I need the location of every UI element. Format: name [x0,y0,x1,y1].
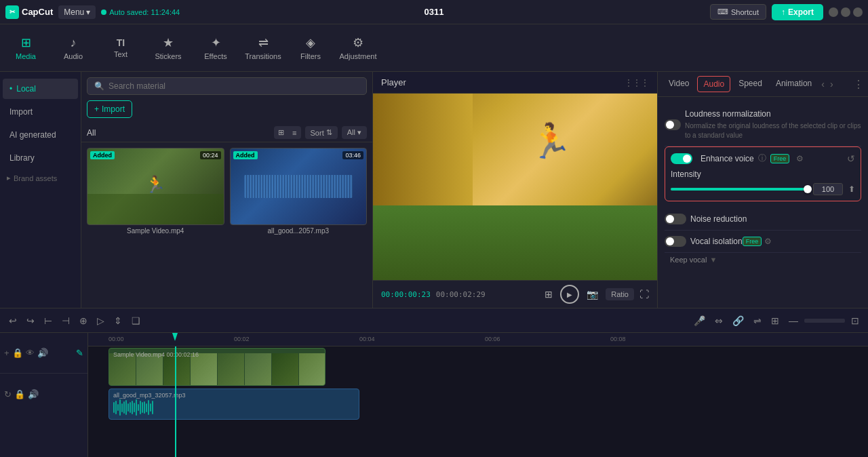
edit-icon[interactable]: ✎ [76,348,83,358]
view-toggle: ⊞ ≡ [274,126,300,139]
scene-bg [373,205,657,280]
tab-video[interactable]: Video [662,72,696,96]
close-button[interactable] [853,7,863,17]
undo-button[interactable]: ↩ [5,313,20,328]
tab-animation[interactable]: Animation [769,72,818,96]
toggle-knob [666,121,674,129]
split-button[interactable]: ⊢ [41,313,56,328]
filter-all-button[interactable]: All ▾ [342,126,367,139]
timeline-track-controls: + 🔒 👁 🔊 ✎ ↻ 🔒 🔊 [0,333,88,457]
sidebar-item-ai[interactable]: AI generated [3,125,78,145]
value-stepper[interactable]: ⬆ [848,184,855,194]
audio-link-button[interactable]: 🔗 [729,313,747,328]
eye-icon[interactable]: 👁 [26,348,35,358]
tool-filters[interactable]: ◈ Filters [288,28,334,68]
sidebar-brand-assets[interactable]: ▸ Brand assets [0,170,81,186]
mic-button[interactable]: 🎤 [690,313,709,328]
intensity-slider[interactable] [671,188,808,191]
loop-icon[interactable]: ↻ [4,389,12,399]
sidebar-item-import[interactable]: Import [3,102,78,122]
lock-icon[interactable]: 🔒 [12,348,23,358]
enhance-toggle-knob [683,155,691,163]
sort-button[interactable]: Sort ⇅ [305,126,338,139]
vocal-isolation-toggle[interactable] [665,236,686,247]
panel-prev-arrow[interactable]: ‹ [818,76,827,92]
wave-bar [119,399,121,415]
player-menu-icon[interactable]: ⋮⋮⋮ [625,78,649,87]
list-view-button[interactable]: ≡ [288,126,300,139]
shortcut-button[interactable]: ⌨ Shortcut [710,4,766,20]
tool-effects[interactable]: ✦ Effects [193,28,239,68]
video-track[interactable]: Sample Video.mp4 00:00:02:16 [108,348,326,386]
sidebar-item-library[interactable]: Library [3,148,78,168]
adjustment-icon: ⚙ [353,35,363,50]
redo-button[interactable]: ↪ [23,313,38,328]
crop-button[interactable]: ❑ [128,313,144,328]
tab-audio[interactable]: Audio [697,76,730,92]
text-icon: TI [117,37,125,48]
menu-button[interactable]: Menu ▾ [58,5,96,19]
sidebar-item-local[interactable]: • Local [3,79,78,99]
fullscreen-button[interactable]: ⛶ [639,289,649,300]
wave-bar [123,401,125,414]
panel-content: Loudness normalization Normalize the ori… [658,97,868,308]
add-track-icon[interactable]: + [4,348,9,358]
list-item[interactable]: Added 00:24 🏃 Sample Video.mp4 [87,148,224,235]
search-box[interactable]: 🔍 [87,77,367,95]
audio-volume-icon[interactable]: 🔊 [28,389,39,399]
sidebar: • Local Import AI generated Library ▸ Br… [0,72,81,308]
swap-button[interactable]: ⇕ [111,313,125,328]
intensity-value[interactable]: 100 [813,183,843,195]
filters-label: Filters [300,52,321,60]
tool-adjustment[interactable]: ⚙ Adjustment [335,28,381,68]
trim-start-button[interactable]: ⊣ [58,313,73,328]
export-button[interactable]: ↑ Export [772,4,823,20]
enhance-voice-toggle[interactable] [671,153,692,164]
fit-button[interactable]: ⊡ [848,313,863,328]
autosave-text: Auto saved: 11:24:44 [109,8,180,16]
tool-audio[interactable]: ♪ Audio [50,28,96,68]
add-button[interactable]: ⊕ [76,313,91,328]
volume-icon[interactable]: 🔊 [37,348,48,358]
search-input[interactable] [108,81,359,91]
keyboard-icon: ⌨ [717,7,728,16]
audio-track-controls: ↻ 🔒 🔊 [0,374,87,414]
minus-button[interactable]: — [785,313,802,328]
panel-next-arrow[interactable]: › [827,76,836,92]
zoom-slider[interactable] [804,319,845,323]
link-button[interactable]: ⇔ [711,313,726,328]
grid-overlay-button[interactable]: ⊞ [542,287,555,302]
maximize-button[interactable] [841,7,850,17]
media-grid: Added 00:24 🏃 Sample Video.mp4 Added 03:… [81,142,372,240]
preview-button[interactable]: ▷ [94,313,108,328]
player-controls: 00:00:00:23 00:00:02:29 ⊞ ▶ 📷 Ratio ⛶ [373,280,657,308]
audio-track[interactable]: all_good_mp3_32057.mp3 [108,389,359,420]
tab-speed[interactable]: Speed [732,72,769,96]
export-label: Export [788,7,814,17]
media-search-area: 🔍 [81,72,372,100]
audio-lock-icon[interactable]: 🔒 [14,389,25,399]
camera-button[interactable]: 📷 [585,287,600,302]
player-title: Player [381,77,406,87]
import-button[interactable]: + Import [87,100,132,118]
tool-media[interactable]: ⊞ Media [3,28,49,68]
wave-bar [136,399,137,416]
ratio-button[interactable]: Ratio [606,288,634,300]
tool-transitions[interactable]: ⇌ Transitions [240,28,286,68]
detach-button[interactable]: ⇌ [750,313,765,328]
wave-bar [150,403,151,412]
minimize-button[interactable] [829,7,838,17]
frame-thumb [163,353,191,386]
grid-view-button[interactable]: ⊞ [274,126,288,139]
noise-reduction-toggle[interactable] [665,214,686,224]
play-button[interactable]: ▶ [560,285,579,304]
panel-more-icon[interactable]: ⋮ [853,78,864,91]
vocal-isolation-label: Vocal isolation [690,237,743,246]
tool-text[interactable]: TI Text [98,28,144,68]
tool-stickers[interactable]: ★ Stickers [145,28,191,68]
list-item[interactable]: Added 03:46 all_good...2057.mp3 [230,148,368,235]
snap-button[interactable]: ⊞ [768,313,783,328]
enhance-refresh-icon[interactable]: ↺ [847,153,855,164]
loudness-toggle[interactable] [665,119,681,130]
enhance-settings-icon[interactable]: ⚙ [796,154,804,163]
